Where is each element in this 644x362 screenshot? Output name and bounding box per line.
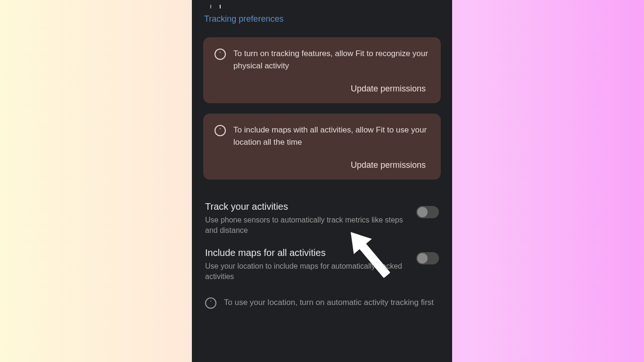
settings-screen: Tracking preferences To turn on tracking… (192, 0, 452, 362)
background-right (452, 0, 644, 362)
track-activities-toggle[interactable] (416, 206, 439, 218)
location-prerequisite-info: To use your location, turn on automatic … (203, 282, 441, 309)
setting-text: Track your activities Use phone sensors … (205, 201, 407, 236)
card-action-row: Update permissions (215, 160, 429, 170)
card-message: To include maps with all activities, all… (233, 124, 429, 148)
setting-track-activities[interactable]: Track your activities Use phone sensors … (203, 190, 441, 236)
card-content: To include maps with all activities, all… (215, 124, 429, 148)
setting-title: Track your activities (205, 201, 407, 212)
toggle-knob (417, 207, 428, 217)
info-icon (205, 297, 216, 309)
info-text: To use your location, turn on automatic … (224, 296, 434, 309)
setting-text: Include maps for all activities Use your… (205, 247, 407, 282)
setting-description: Use your location to include maps for au… (205, 261, 407, 282)
permission-card-location: To include maps with all activities, all… (203, 114, 441, 180)
card-message: To turn on tracking features, allow Fit … (233, 48, 429, 72)
update-permissions-button[interactable]: Update permissions (351, 84, 429, 94)
setting-description: Use phone sensors to automatically track… (205, 215, 407, 236)
setting-include-maps[interactable]: Include maps for all activities Use your… (203, 236, 441, 282)
section-title: Tracking preferences (203, 14, 441, 24)
toggle-knob (417, 253, 428, 263)
update-permissions-button[interactable]: Update permissions (351, 160, 429, 170)
info-icon (215, 49, 226, 60)
include-maps-toggle[interactable] (416, 252, 439, 264)
background-left (0, 0, 192, 362)
info-icon (215, 125, 226, 136)
permission-card-activity: To turn on tracking features, allow Fit … (203, 37, 441, 103)
setting-title: Include maps for all activities (205, 247, 407, 258)
card-action-row: Update permissions (215, 84, 429, 94)
card-content: To turn on tracking features, allow Fit … (215, 48, 429, 72)
